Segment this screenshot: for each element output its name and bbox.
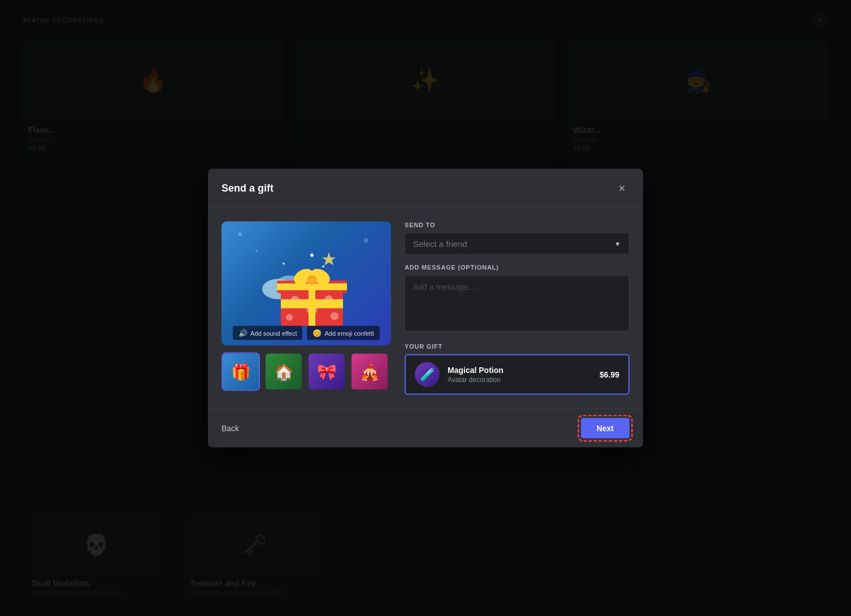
gift-box-illustration [261,238,351,329]
add-sound-button[interactable]: 🔊 Add sound effect [233,326,302,340]
svg-point-11 [331,313,338,320]
gift-card: 🧪 Magical Potion Avatar decoration $6.99 [405,354,629,395]
svg-point-10 [286,314,293,321]
thumbnail-2[interactable]: 🏠 [264,353,303,391]
chevron-down-icon: ▼ [614,240,621,248]
right-panel: SEND TO Select a friend ▼ ADD MESSAGE (O… [405,222,629,395]
svg-point-17 [307,275,317,285]
message-section: ADD MESSAGE (OPTIONAL) [405,264,629,334]
thumbnail-4[interactable]: 🎪 [350,353,389,391]
svg-point-4 [283,263,285,265]
thumbnail-1[interactable]: 🎁 [222,353,260,391]
decorative-dot [238,233,242,236]
gift-name: Magical Potion [448,366,592,375]
modal-title: Send a gift [222,182,273,194]
modal-close-button[interactable]: ✕ [614,180,629,196]
friend-select-dropdown[interactable]: Select a friend ▼ [405,233,629,255]
next-button[interactable]: Next [581,418,629,439]
gift-item-icon: 🧪 [415,362,440,387]
left-panel: 🔊 Add sound effect 😊 Add emoji confetti … [222,222,391,395]
svg-rect-18 [309,289,315,326]
back-button[interactable]: Back [222,419,239,437]
sound-icon: 🔊 [238,329,248,337]
modal-body: 🔊 Add sound effect 😊 Add emoji confetti … [208,208,643,409]
svg-point-2 [310,254,314,257]
gift-price: $6.99 [600,370,619,379]
send-gift-modal: Send a gift ✕ [208,169,643,448]
confetti-icon: 😊 [312,329,322,337]
gift-preview: 🔊 Add sound effect 😊 Add emoji confetti [222,222,391,346]
decorative-dot [255,250,258,252]
thumbnail-strip: 🎁 🏠 🎀 🎪 [222,353,391,391]
your-gift-label: YOUR GIFT [405,343,629,350]
svg-marker-5 [322,253,336,266]
friend-placeholder: Select a friend [413,239,467,249]
modal-footer: Back Next [208,409,643,448]
gift-info: Magical Potion Avatar decoration [448,366,592,384]
message-textarea[interactable] [405,275,629,332]
message-label: ADD MESSAGE (OPTIONAL) [405,264,629,271]
gift-type: Avatar decoration [448,376,592,384]
decorative-dot [364,238,368,243]
gift-overlay-buttons: 🔊 Add sound effect 😊 Add emoji confetti [222,326,391,340]
send-to-label: SEND TO [405,222,629,228]
thumbnail-3[interactable]: 🎀 [307,353,346,391]
modal-header: Send a gift ✕ [208,169,643,208]
svg-point-3 [322,266,324,268]
add-confetti-button[interactable]: 😊 Add emoji confetti [307,326,379,340]
